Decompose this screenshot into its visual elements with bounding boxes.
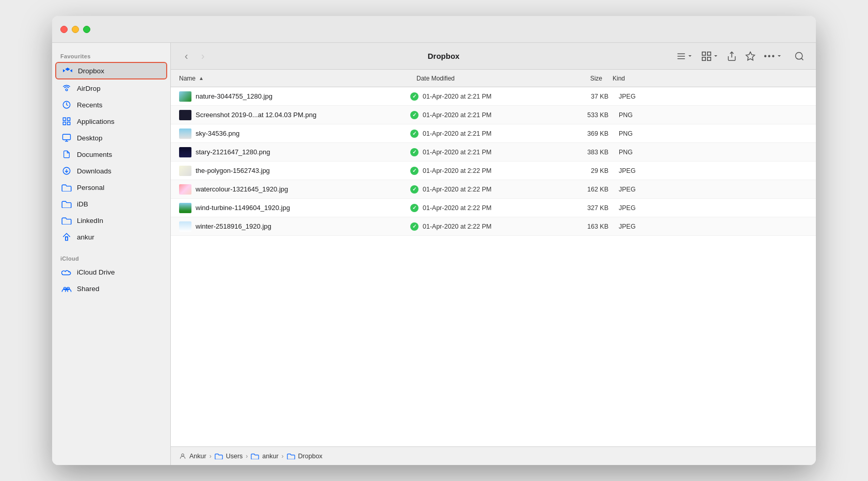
file-name-cell: the-polygon-1562743.jpg	[179, 166, 406, 176]
recents-icon	[61, 100, 72, 110]
file-name: the-polygon-1562743.jpg	[196, 167, 270, 174]
file-size: 163 KB	[567, 223, 619, 230]
breadcrumb-item[interactable]: Users	[215, 453, 243, 460]
file-kind: JPEG	[619, 186, 808, 193]
toolbar-actions: •••	[673, 49, 808, 64]
svg-marker-0	[66, 68, 70, 71]
more-button[interactable]: •••	[761, 50, 785, 63]
sync-status-icon	[410, 148, 419, 156]
back-button[interactable]: ‹	[179, 49, 194, 63]
sidebar-item-linkedin[interactable]: LinkedIn	[55, 213, 167, 228]
file-kind: JPEG	[619, 204, 808, 212]
sidebar-item-downloads[interactable]: Downloads	[55, 163, 167, 179]
sidebar-item-recents-label: Recents	[77, 101, 103, 109]
sidebar-item-icloud-drive-label: iCloud Drive	[77, 268, 115, 276]
shared-icon	[61, 283, 72, 294]
svg-marker-19	[746, 52, 755, 60]
sidebar-item-dropbox[interactable]: Dropbox	[55, 62, 167, 79]
sidebar-item-desktop[interactable]: Desktop	[55, 130, 167, 146]
sidebar-item-personal-label: Personal	[77, 184, 104, 191]
forward-button[interactable]: ›	[196, 49, 210, 63]
file-kind: JPEG	[619, 93, 808, 100]
file-list: nature-3044755_1280.jpg 01-Apr-2020 at 2…	[171, 87, 816, 446]
file-thumbnail	[179, 147, 191, 157]
sidebar-item-applications[interactable]: Applications	[55, 114, 167, 129]
col-header-size[interactable]: Size	[561, 75, 613, 82]
table-row[interactable]: sky-34536.png 01-Apr-2020 at 2:21 PM 369…	[171, 124, 816, 143]
sidebar-item-idb-label: iDB	[77, 200, 88, 208]
table-row[interactable]: Screenshot 2019-0...at 12.04.03 PM.png 0…	[171, 106, 816, 124]
sidebar-item-dropbox-label: Dropbox	[78, 67, 104, 75]
sidebar-item-ankur-label: ankur	[77, 233, 94, 241]
view-list-button[interactable]	[673, 50, 696, 62]
sidebar-item-downloads-label: Downloads	[77, 167, 111, 175]
applications-icon	[61, 116, 72, 126]
dropbox-icon	[62, 66, 73, 76]
sync-status-icon	[410, 167, 419, 175]
icloud-drive-icon	[61, 267, 72, 277]
favourites-label: Favourites	[52, 49, 170, 61]
table-row[interactable]: wind-turbine-1149604_1920.jpg 01-Apr-202…	[171, 199, 816, 217]
table-row[interactable]: nature-3044755_1280.jpg 01-Apr-2020 at 2…	[171, 87, 816, 106]
file-size: 383 KB	[567, 149, 619, 156]
sidebar-item-linkedin-label: LinkedIn	[77, 217, 103, 225]
file-size: 162 KB	[567, 186, 619, 193]
maximize-button[interactable]	[83, 26, 90, 33]
sync-status-icon	[410, 111, 419, 119]
view-grid-button[interactable]	[698, 49, 721, 64]
file-size: 29 KB	[567, 167, 619, 174]
browser-toolbar: ‹ › Dropbox	[171, 43, 816, 70]
sidebar-item-shared[interactable]: Shared	[55, 281, 167, 296]
breadcrumb-item[interactable]: ankur	[251, 453, 278, 460]
svg-rect-17	[708, 57, 711, 60]
documents-icon	[61, 149, 72, 159]
sidebar-item-icloud-drive[interactable]: iCloud Drive	[55, 264, 167, 280]
sidebar-item-recents[interactable]: Recents	[55, 97, 167, 113]
sidebar-item-desktop-label: Desktop	[77, 134, 103, 142]
svg-rect-15	[708, 52, 711, 55]
sidebar-item-ankur[interactable]: ankur	[55, 229, 167, 245]
breadcrumb-item[interactable]: Ankur	[179, 453, 206, 460]
breadcrumb-separator: ›	[210, 453, 212, 460]
file-name: watercolour-1321645_1920.jpg	[196, 185, 288, 193]
sidebar-item-idb[interactable]: iDB	[55, 196, 167, 212]
file-size: 327 KB	[567, 204, 619, 212]
table-row[interactable]: watercolour-1321645_1920.jpg 01-Apr-2020…	[171, 180, 816, 199]
table-row[interactable]: stary-2121647_1280.png 01-Apr-2020 at 2:…	[171, 143, 816, 162]
file-kind: PNG	[619, 111, 808, 119]
file-thumbnail	[179, 110, 191, 120]
col-header-date[interactable]: Date Modified	[416, 75, 561, 82]
close-button[interactable]	[60, 26, 68, 33]
sidebar-item-airdrop[interactable]: AirDrop	[55, 81, 167, 96]
file-name: winter-2518916_1920.jpg	[196, 222, 271, 230]
sync-status-icon	[410, 185, 419, 194]
icloud-label: iCloud	[52, 251, 170, 264]
svg-rect-8	[66, 237, 68, 241]
table-row[interactable]: the-polygon-1562743.jpg 01-Apr-2020 at 2…	[171, 162, 816, 180]
table-row[interactable]: winter-2518916_1920.jpg 01-Apr-2020 at 2…	[171, 217, 816, 236]
file-name-cell: sky-34536.png	[179, 129, 406, 139]
ankur-home-icon	[61, 232, 72, 242]
tag-button[interactable]	[742, 49, 759, 63]
breadcrumb-label: Ankur	[189, 453, 206, 460]
svg-point-20	[796, 52, 802, 59]
file-name: Screenshot 2019-0...at 12.04.03 PM.png	[196, 111, 316, 119]
file-thumbnail	[179, 184, 191, 195]
traffic-lights	[60, 26, 90, 33]
file-date: 01-Apr-2020 at 2:22 PM	[423, 223, 567, 230]
sidebar-item-personal[interactable]: Personal	[55, 180, 167, 195]
breadcrumb-item[interactable]: Dropbox	[287, 453, 323, 460]
file-name: stary-2121647_1280.png	[196, 148, 270, 156]
share-button[interactable]	[724, 49, 740, 64]
minimize-button[interactable]	[72, 26, 79, 33]
file-thumbnail	[179, 129, 191, 139]
sync-status-icon	[410, 204, 419, 212]
file-thumbnail	[179, 221, 191, 232]
svg-point-1	[66, 89, 68, 91]
sidebar-item-documents[interactable]: Documents	[55, 147, 167, 162]
file-size: 533 KB	[567, 111, 619, 119]
search-button[interactable]	[791, 49, 808, 63]
file-date: 01-Apr-2020 at 2:21 PM	[423, 93, 567, 100]
col-header-kind[interactable]: Kind	[613, 75, 808, 82]
col-header-name[interactable]: Name ▲	[179, 75, 416, 82]
